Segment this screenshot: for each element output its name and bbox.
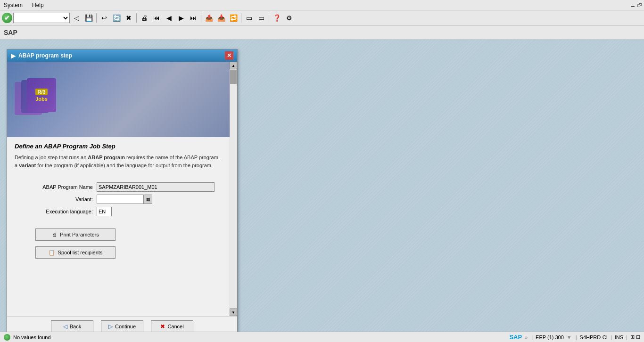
status-sep2: |: [531, 334, 533, 340]
toolbar-sep3: [201, 13, 201, 23]
cancel-icon: ✖: [160, 323, 165, 330]
status-sep5: |: [611, 334, 612, 340]
sap-text: SAP: [4, 29, 17, 36]
status-sep1: »: [525, 334, 528, 340]
dialog-close-button[interactable]: ✕: [225, 51, 233, 60]
print-parameters-button[interactable]: 🖨 Print Parameters: [35, 228, 116, 241]
spool-list-label: Spool list recipients: [58, 250, 103, 255]
dialog-heading: Define an ABAP Program Job Step: [15, 143, 222, 150]
toolbar-download-btn[interactable]: 📥: [215, 12, 227, 24]
dialog-content: R/3 Jobs Define an ABAP Program Job Step…: [7, 62, 237, 316]
continue-icon: ▷: [108, 323, 113, 330]
status-message: No values found: [13, 334, 51, 340]
exec-lang-row: Execution language:: [35, 207, 222, 216]
main-area: ▶ ABAP program step ✕ R/3 Jobs: [0, 40, 644, 332]
scrollbar-track: [230, 70, 237, 308]
toolbar-next-btn[interactable]: ▶: [175, 12, 187, 24]
toolbar-last-btn[interactable]: ⏭: [188, 12, 199, 24]
status-right: SAP » | EEP (1) 300 ▼ | S4HPRD-CI | INS …: [509, 334, 640, 341]
card-jobs-label: Jobs: [35, 96, 48, 102]
spool-list-button[interactable]: 📋 Spool list recipients: [35, 246, 116, 259]
toolbar-dropdown[interactable]: [13, 13, 70, 23]
toolbar-refresh-btn[interactable]: 🔄: [111, 12, 122, 24]
status-sep6: |: [626, 334, 627, 340]
menu-bar: System Help 🗕 🗗: [0, 0, 644, 10]
system-info: EEP (1) 300: [536, 334, 564, 340]
dialog-form: ABAP Program Name Variant: ▦ Execution l…: [7, 175, 230, 223]
toolbar-back-btn[interactable]: ◁: [71, 12, 82, 24]
back-icon: ◁: [63, 323, 67, 330]
dialog-actions: 🖨 Print Parameters 📋 Spool list recipien…: [7, 223, 230, 264]
cancel-label: Cancel: [167, 324, 183, 329]
toolbar-sep4: [241, 13, 241, 23]
sap-label-bar: SAP: [0, 25, 644, 40]
status-bar: No values found SAP » | EEP (1) 300 ▼ | …: [0, 332, 644, 342]
r3-jobs-icon: R/3 Jobs: [15, 78, 57, 121]
toolbar-upload-btn[interactable]: 📤: [203, 12, 215, 24]
exec-lang-input[interactable]: [97, 207, 112, 216]
status-sep3: ▼: [567, 334, 572, 340]
dialog-main: R/3 Jobs Define an ABAP Program Job Step…: [7, 62, 230, 316]
scrollbar-up-button[interactable]: ▲: [230, 62, 237, 69]
dialog-scrollbar[interactable]: ▲ ▼: [230, 62, 237, 316]
toolbar-sep2: [136, 13, 137, 23]
status-sep4: |: [576, 334, 577, 340]
toolbar-help-btn[interactable]: ❓: [271, 12, 282, 24]
cancel-button[interactable]: ✖ Cancel: [151, 320, 193, 333]
program-name-input[interactable]: [97, 182, 215, 192]
toolbar-box2-btn[interactable]: ▭: [256, 12, 267, 24]
dialog-description: Define an ABAP Program Job Step Defining…: [7, 137, 230, 175]
dialog-title-text: ABAP program step: [18, 52, 72, 59]
program-name-row: ABAP Program Name: [35, 182, 222, 192]
toolbar-transfer-btn[interactable]: 🔁: [228, 12, 239, 24]
status-left: No values found: [4, 334, 51, 341]
back-button[interactable]: ◁ Back: [51, 320, 93, 333]
toolbar: ✔ ◁ 💾 ↩ 🔄 ✖ 🖨 ⏮ ◀ ▶ ⏭ 📤 📥 🔁 ▭ ▭ ❓ ⚙: [0, 10, 644, 25]
dialog-title-icon: ▶: [11, 52, 16, 59]
menu-help[interactable]: Help: [30, 1, 46, 9]
toolbar-prev-btn[interactable]: ◀: [163, 12, 174, 24]
program-name-label: ABAP Program Name: [35, 184, 97, 190]
print-params-icon: 🖨: [52, 232, 57, 237]
resize-icons: ⊞ ⊟: [630, 334, 640, 340]
sap-logo: SAP: [509, 334, 522, 341]
toolbar-settings-btn[interactable]: ⚙: [283, 12, 295, 24]
toolbar-sep5: [269, 13, 269, 23]
toolbar-green-btn[interactable]: ✔: [2, 13, 12, 23]
toolbar-print-btn[interactable]: 🖨: [139, 12, 150, 24]
dialog-header-image: R/3 Jobs: [7, 62, 230, 137]
menu-system[interactable]: System: [2, 1, 25, 9]
spool-list-icon: 📋: [49, 250, 55, 256]
continue-button[interactable]: ▷ Continue: [101, 320, 143, 333]
variant-lookup-button[interactable]: ▦: [144, 195, 152, 204]
scrollbar-down-button[interactable]: ▼: [230, 309, 237, 316]
variant-label: Variant:: [35, 196, 97, 202]
dialog-title-bar: ▶ ABAP program step ✕: [7, 49, 237, 62]
exec-lang-label: Execution language:: [35, 209, 97, 214]
back-label: Back: [70, 324, 81, 329]
variant-input[interactable]: [97, 195, 144, 204]
scrollbar-thumb[interactable]: [230, 70, 237, 84]
variant-row: Variant: ▦: [35, 195, 222, 204]
card-front: R/3 Jobs: [27, 78, 56, 112]
continue-label: Continue: [115, 324, 136, 329]
toolbar-first-btn[interactable]: ⏮: [151, 12, 162, 24]
toolbar-undo-btn[interactable]: ↩: [99, 12, 110, 24]
toolbar-sep1: [96, 13, 97, 23]
toolbar-save-btn[interactable]: 💾: [83, 12, 94, 24]
mode-info: INS: [615, 334, 623, 340]
toolbar-box1-btn[interactable]: ▭: [243, 12, 255, 24]
toolbar-cancel-btn[interactable]: ✖: [123, 12, 134, 24]
print-params-label: Print Parameters: [60, 232, 99, 237]
dialog-description-text: Defining a job step that runs an ABAP pr…: [15, 154, 222, 169]
card-r3-label: R/3: [35, 89, 47, 95]
status-green-icon: [4, 334, 10, 341]
server-info: S4HPRD-CI: [580, 334, 608, 340]
dialog-title: ▶ ABAP program step: [11, 52, 72, 59]
dialog-abap-program-step: ▶ ABAP program step ✕ R/3 Jobs: [7, 49, 238, 337]
